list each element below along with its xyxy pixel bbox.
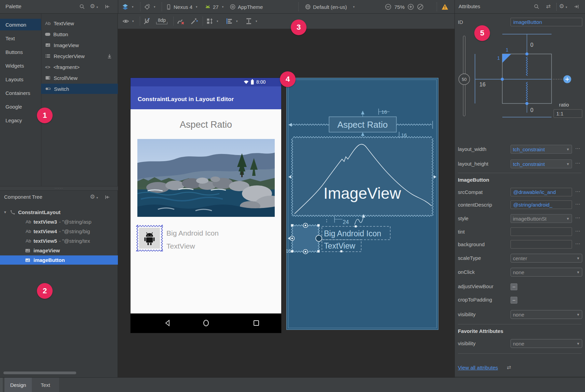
list-icon xyxy=(45,53,51,59)
layout-width-dropdown[interactable]: tch_constraint▼ xyxy=(511,145,572,154)
autoconnect-off-icon[interactable] xyxy=(143,17,151,25)
palette-item-imageview[interactable]: ImageView xyxy=(41,40,118,50)
view-all-attributes-link[interactable]: View all attributes xyxy=(458,365,498,370)
device-selector[interactable]: Nexus 4▾ xyxy=(166,0,198,14)
palette-category-google[interactable]: Google xyxy=(0,101,41,112)
textview-aspect-ratio[interactable]: Aspect Ratio xyxy=(131,120,281,130)
collapse-panel-icon[interactable] xyxy=(573,4,579,10)
tree-row-textview5[interactable]: Ab textView5 - "@string/tex xyxy=(0,236,118,246)
ratio-input[interactable]: 1:1 xyxy=(554,109,582,118)
palette-category-text[interactable]: Text xyxy=(0,32,41,44)
orientation-selector[interactable]: ▾ xyxy=(144,0,155,14)
align-controls[interactable]: ▾ xyxy=(226,14,238,29)
zoom-controls: 75% xyxy=(385,0,424,14)
image-icon xyxy=(25,257,30,263)
tree-row-textview3[interactable]: Ab textView3 - "@string/asp xyxy=(0,217,118,226)
globe-icon xyxy=(305,4,311,10)
home-button-icon[interactable] xyxy=(202,319,210,327)
search-icon[interactable] xyxy=(534,4,540,10)
blueprint-view[interactable]: Aspect Ratio 16 16 ImageView xyxy=(286,78,438,330)
blueprint-imagebutton-selected[interactable] xyxy=(292,225,319,252)
back-button-icon[interactable] xyxy=(164,319,171,327)
palette-category-containers[interactable]: Containers xyxy=(0,87,41,99)
gear-icon[interactable]: ⚙▾ xyxy=(90,193,98,200)
more-options-button[interactable]: ⋯ xyxy=(575,145,581,152)
default-margin-control[interactable]: 8dp xyxy=(156,17,167,24)
palette-header: Palette ⚙▾ xyxy=(0,0,118,14)
warning-icon[interactable] xyxy=(441,3,449,10)
tint-input[interactable] xyxy=(511,227,572,236)
textview-caption[interactable]: Big Android Icon TextView xyxy=(166,227,219,253)
align-icon xyxy=(226,17,233,25)
id-input[interactable]: imageButton xyxy=(511,18,582,26)
tab-text[interactable]: Text xyxy=(32,378,59,392)
more-options-button[interactable]: ⋯ xyxy=(575,215,581,221)
tree-row-imageview[interactable]: imageView xyxy=(0,246,118,255)
pack-controls[interactable]: ▾ xyxy=(206,14,218,29)
tree-row-textview4[interactable]: Ab textView4 - "@string/big xyxy=(0,227,118,236)
zoom-in-icon[interactable] xyxy=(407,3,414,10)
palette-item-recyclerview[interactable]: RecyclerView xyxy=(41,51,118,61)
attributes-panel: ID imageButton 50 0 16 1 1 0 xyxy=(454,14,585,377)
view-options[interactable]: ▾ xyxy=(122,14,134,29)
annotation-badge-2: 2 xyxy=(37,283,53,299)
palette-item-switch[interactable]: Switch xyxy=(41,84,118,94)
layout-height-dropdown[interactable]: tch_constraint▼ xyxy=(511,159,572,168)
more-options-button[interactable]: ⋯ xyxy=(575,228,581,234)
palette-category-widgets[interactable]: Widgets xyxy=(0,60,41,71)
palette-category-layouts[interactable]: Layouts xyxy=(0,73,41,85)
more-options-button[interactable]: ⋯ xyxy=(575,201,581,207)
imageview-photo[interactable] xyxy=(137,139,275,217)
infer-constraints-icon[interactable] xyxy=(190,17,198,25)
palette-category-legacy[interactable]: Legacy xyxy=(0,114,41,126)
more-options-button[interactable]: ⋯ xyxy=(575,160,581,166)
palette-item-scrollview[interactable]: ScrollView xyxy=(41,73,118,83)
more-options-button[interactable]: ⋯ xyxy=(575,241,581,247)
contentdescription-input[interactable]: @string/android_ xyxy=(511,200,572,209)
collapse-panel-icon[interactable] xyxy=(105,4,110,10)
favorite-visibility-dropdown[interactable]: none▼ xyxy=(511,339,582,348)
blueprint-imageview[interactable] xyxy=(293,138,432,216)
constraint-widget[interactable]: 50 0 16 1 1 0 xyxy=(455,29,585,123)
expander-icon[interactable]: ▼ xyxy=(3,210,7,214)
blueprint-caption1-label: Big Android Icon xyxy=(324,229,381,238)
srccompat-input[interactable]: @drawable/ic_and xyxy=(511,188,572,196)
chevron-down-icon: ▼ xyxy=(566,162,570,166)
palette-item-button[interactable]: Button xyxy=(41,29,118,39)
locale-selector[interactable]: Default (en-us)▾ xyxy=(305,0,355,14)
design-view-phone[interactable]: 8:00 ConstraintLayout in Layout Editor A… xyxy=(131,78,281,333)
attributes-title: Attributes xyxy=(459,3,480,9)
scaletype-dropdown[interactable]: center▼ xyxy=(511,254,582,263)
zoom-fit-icon[interactable] xyxy=(417,3,424,10)
visibility-dropdown[interactable]: none▼ xyxy=(511,310,582,319)
horizontal-scrollbar[interactable] xyxy=(3,372,76,374)
download-icon[interactable] xyxy=(107,53,112,59)
palette-item-textview[interactable]: Ab TextView xyxy=(41,18,118,28)
api-selector[interactable]: 27▾ xyxy=(205,0,223,14)
style-dropdown[interactable]: imageButtonSt▼ xyxy=(511,214,572,223)
palette-category-common[interactable]: Common xyxy=(0,19,41,30)
collapse-panel-icon[interactable] xyxy=(105,194,110,200)
tree-row-constraintlayout[interactable]: ▼ ConstraintLayout xyxy=(0,208,118,217)
adjustviewbounds-checkbox[interactable]: – xyxy=(511,283,517,290)
search-icon[interactable] xyxy=(79,4,85,10)
onclick-dropdown[interactable]: none▼ xyxy=(511,268,582,277)
tree-row-imagebutton[interactable]: imageButton xyxy=(0,255,118,265)
gear-icon[interactable]: ⚙▾ xyxy=(559,3,567,10)
theme-selector[interactable]: AppTheme xyxy=(230,0,263,14)
palette-category-buttons[interactable]: Buttons xyxy=(0,46,41,58)
more-options-button[interactable]: ⋯ xyxy=(575,188,581,195)
guideline-controls[interactable]: ▾ xyxy=(245,14,257,29)
swap-view-icon[interactable]: ⇄ xyxy=(546,3,550,10)
tab-design[interactable]: Design xyxy=(4,378,32,392)
gear-icon[interactable]: ⚙▾ xyxy=(90,3,98,10)
palette-item-fragment[interactable]: <> <fragment> xyxy=(41,62,118,72)
recents-button-icon[interactable] xyxy=(253,320,260,326)
design-surface-selector[interactable]: ▾ xyxy=(122,0,134,14)
imagebutton-android[interactable] xyxy=(136,225,163,252)
croptopadding-checkbox[interactable]: – xyxy=(511,297,517,304)
clear-constraints-icon[interactable] xyxy=(177,17,185,25)
background-input[interactable] xyxy=(511,240,572,249)
zoom-out-icon[interactable] xyxy=(385,3,392,10)
panel-splitter[interactable]: ····· xyxy=(0,186,118,191)
